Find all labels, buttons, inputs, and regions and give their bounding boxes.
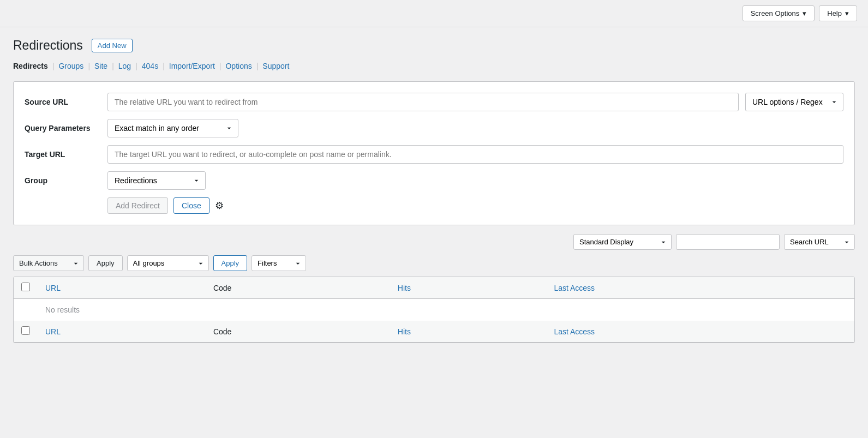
group-select[interactable]: Redirections (107, 171, 206, 190)
nav-tab-log[interactable]: Log (118, 62, 131, 70)
table-footer-row: URL Code Hits Last Access (14, 321, 854, 343)
nav-tab-groups[interactable]: Groups (58, 62, 83, 70)
source-url-label: Source URL (25, 98, 101, 106)
all-groups-select[interactable]: All groups (127, 255, 209, 271)
header-code: Code (206, 277, 390, 299)
query-params-row: Query Parameters Exact match in any orde… (25, 119, 843, 137)
footer-last-access[interactable]: Last Access (546, 321, 854, 343)
form-actions: Add Redirect Close ⚙ (25, 197, 843, 214)
toolbar-right: Standard Display Search URL (573, 234, 855, 250)
bulk-actions-select[interactable]: Bulk Actions (13, 255, 84, 271)
target-url-input[interactable] (107, 145, 843, 164)
search-url-select[interactable]: Search URL (784, 234, 855, 250)
filters-select[interactable]: Filters (252, 255, 306, 271)
page-header: Redirections Add New (13, 38, 855, 53)
screen-options-label: Screen Options (751, 9, 800, 17)
nav-tab-options[interactable]: Options (225, 62, 252, 70)
redirects-table-container: URL Code Hits Last Access No results URL (13, 277, 855, 343)
gear-icon[interactable]: ⚙ (215, 200, 224, 212)
toolbar-display-row: Standard Display Search URL (13, 234, 855, 250)
url-options-select[interactable]: URL options / Regex (745, 93, 843, 111)
footer-checkbox-col (14, 321, 38, 343)
apply-bulk-button[interactable]: Apply (88, 255, 123, 271)
select-all-checkbox[interactable] (21, 283, 30, 291)
add-new-button[interactable]: Add New (92, 39, 133, 52)
nav-tab-support[interactable]: Support (262, 62, 289, 70)
footer-hits[interactable]: Hits (390, 321, 547, 343)
footer-select-all-checkbox[interactable] (21, 326, 30, 335)
nav-tabs: Redirects | Groups | Site | Log | 404s |… (13, 62, 855, 70)
source-url-row: Source URL URL options / Regex (25, 93, 843, 111)
nav-tab-site[interactable]: Site (94, 62, 107, 70)
nav-tab-404s[interactable]: 404s (142, 62, 158, 70)
target-url-row: Target URL (25, 145, 843, 164)
apply-groups-button[interactable]: Apply (213, 255, 248, 271)
header-url[interactable]: URL (38, 277, 206, 299)
table-header-row: URL Code Hits Last Access (14, 277, 854, 299)
header-hits[interactable]: Hits (390, 277, 547, 299)
help-label: Help (827, 9, 842, 17)
screen-options-button[interactable]: Screen Options ▾ (743, 5, 815, 21)
close-button[interactable]: Close (173, 197, 209, 214)
header-checkbox-col (14, 277, 38, 299)
search-url-input[interactable] (676, 234, 780, 250)
help-chevron: ▾ (845, 9, 849, 17)
top-bar: Screen Options ▾ Help ▾ (0, 0, 868, 27)
group-row: Group Redirections (25, 171, 843, 190)
nav-tab-redirects[interactable]: Redirects (13, 62, 48, 70)
target-url-label: Target URL (25, 150, 101, 159)
no-results-text: No results (38, 299, 854, 321)
footer-url[interactable]: URL (38, 321, 206, 343)
group-label: Group (25, 176, 101, 185)
toolbar-left: Bulk Actions Apply All groups Apply Filt… (13, 255, 306, 271)
screen-options-chevron: ▾ (803, 9, 806, 17)
standard-display-select[interactable]: Standard Display (573, 234, 672, 250)
no-results-row: No results (14, 299, 854, 321)
main-content: Redirections Add New Redirects | Groups … (0, 27, 868, 354)
source-url-input[interactable] (107, 93, 739, 111)
add-redirect-form: Source URL URL options / Regex Query Par… (13, 81, 855, 225)
footer-code: Code (206, 321, 390, 343)
toolbar-filter-row: Bulk Actions Apply All groups Apply Filt… (13, 255, 855, 271)
page-title: Redirections (13, 38, 83, 53)
help-button[interactable]: Help ▾ (819, 5, 857, 21)
redirects-table: URL Code Hits Last Access No results URL (14, 277, 854, 343)
nav-tab-importexport[interactable]: Import/Export (169, 62, 215, 70)
query-params-label: Query Parameters (25, 124, 101, 133)
header-last-access[interactable]: Last Access (546, 277, 854, 299)
add-redirect-button[interactable]: Add Redirect (107, 197, 168, 214)
query-params-select[interactable]: Exact match in any order (107, 119, 238, 137)
